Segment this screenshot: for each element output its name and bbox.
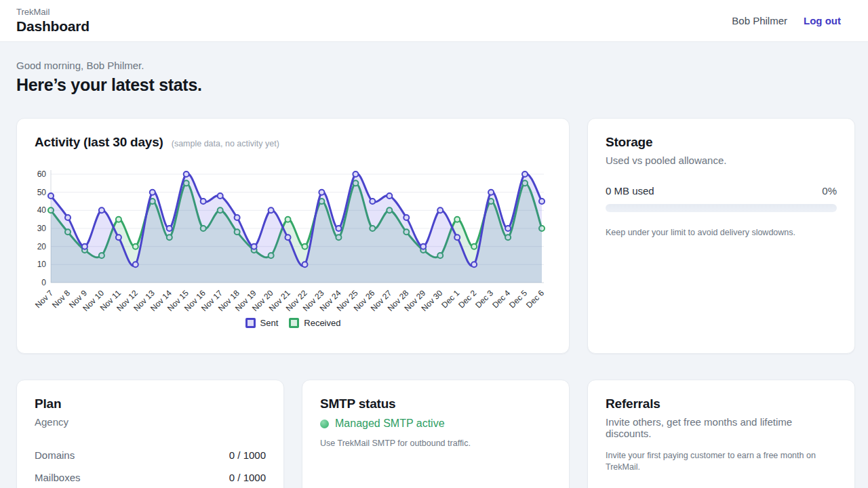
referrals-card: Referrals Invite others, get free months… (587, 380, 855, 488)
smtp-description: Use TrekMail SMTP for outbound traffic. (320, 438, 551, 449)
x-tick-labels: Nov 7Nov 8Nov 9Nov 10Nov 11Nov 12Nov 13N… (33, 288, 546, 313)
header-actions: Bob Philmer Log out (732, 15, 841, 26)
svg-text:60: 60 (37, 169, 47, 179)
header-brand: TrekMail Dashboard (16, 7, 90, 35)
legend-label-received: Received (304, 318, 340, 328)
svg-text:Dec 3: Dec 3 (473, 288, 495, 310)
greeting-subtitle: Good morning, Bob Philmer. (16, 60, 855, 71)
header: TrekMail Dashboard Bob Philmer Log out (0, 0, 868, 42)
referrals-subtitle: Invite others, get free months and lifet… (606, 416, 837, 439)
plan-rows: Domains 0 / 1000 Mailboxes 0 / 1000 (35, 444, 266, 488)
plan-row-mailboxes: Mailboxes 0 / 1000 (35, 466, 266, 488)
referrals-card-title: Referrals (606, 396, 837, 411)
legend-label-sent: Sent (260, 318, 279, 328)
cards-row-1: Activity (last 30 days) (sample data, no… (16, 118, 855, 354)
plan-name: Agency (35, 416, 266, 428)
storage-card: Storage Used vs pooled allowance. 0 MB u… (587, 118, 855, 354)
legend-item-sent: Sent (245, 318, 279, 328)
svg-text:Dec 6: Dec 6 (524, 288, 546, 310)
main-content: Good morning, Bob Philmer. Here’s your l… (0, 42, 868, 488)
plan-row-label: Mailboxes (35, 472, 81, 483)
greeting: Good morning, Bob Philmer. Here’s your l… (16, 60, 855, 95)
svg-text:40: 40 (37, 205, 47, 215)
chart-legend: Sent Received (35, 318, 551, 328)
status-dot-icon (320, 420, 329, 428)
storage-used-label: 0 MB used (606, 185, 654, 197)
storage-card-subtitle: Used vs pooled allowance. (606, 155, 837, 166)
legend-swatch-received (289, 318, 299, 328)
svg-text:0: 0 (41, 278, 46, 287)
activity-card-note: (sample data, no activity yet) (172, 139, 279, 148)
plan-row-value: 0 / 1000 (229, 472, 266, 483)
y-tick-labels: 0102030405060 (37, 169, 47, 287)
activity-card-header: Activity (last 30 days) (sample data, no… (35, 135, 551, 150)
storage-card-title: Storage (606, 135, 837, 150)
storage-used-percent: 0% (822, 185, 837, 197)
svg-text:Dec 4: Dec 4 (490, 288, 512, 310)
svg-text:Dec 1: Dec 1 (439, 288, 461, 310)
svg-text:20: 20 (37, 242, 47, 251)
storage-note: Keep under your limit to avoid delivery … (606, 227, 837, 239)
svg-text:30: 30 (37, 224, 47, 233)
svg-text:10: 10 (37, 260, 47, 269)
smtp-card-title: SMTP status (320, 396, 551, 411)
app-name: TrekMail (16, 7, 90, 17)
activity-card-title: Activity (last 30 days) (35, 135, 163, 150)
greeting-title: Here’s your latest stats. (16, 75, 855, 95)
storage-usage-row: 0 MB used 0% (606, 185, 837, 197)
smtp-card: SMTP status Managed SMTP active Use Trek… (302, 380, 570, 488)
page-title: Dashboard (16, 18, 90, 35)
svg-text:Nov 7: Nov 7 (33, 288, 55, 310)
svg-text:50: 50 (37, 188, 47, 197)
smtp-status-row: Managed SMTP active (320, 418, 551, 430)
user-name: Bob Philmer (732, 15, 787, 26)
activity-chart-wrap: 0102030405060Nov 7Nov 8Nov 9Nov 10Nov 11… (33, 158, 551, 317)
legend-swatch-sent (245, 318, 256, 328)
plan-row-domains: Domains 0 / 1000 (35, 444, 266, 466)
plan-row-value: 0 / 1000 (229, 449, 266, 461)
activity-chart: 0102030405060Nov 7Nov 8Nov 9Nov 10Nov 11… (33, 158, 551, 314)
logout-button[interactable]: Log out (804, 15, 841, 26)
svg-text:Dec 5: Dec 5 (507, 288, 529, 310)
svg-text:Dec 2: Dec 2 (456, 288, 478, 310)
plan-card: Plan Agency Domains 0 / 1000 Mailboxes 0… (16, 380, 284, 488)
legend-item-received: Received (289, 318, 340, 328)
cards-row-2: Plan Agency Domains 0 / 1000 Mailboxes 0… (16, 380, 855, 488)
smtp-status-text: Managed SMTP active (335, 418, 445, 430)
activity-card: Activity (last 30 days) (sample data, no… (16, 118, 570, 354)
plan-card-title: Plan (35, 396, 266, 411)
storage-progress-track (606, 204, 837, 212)
svg-text:Nov 8: Nov 8 (50, 288, 72, 310)
referrals-note: Invite your first paying customer to ear… (606, 450, 837, 473)
plan-row-label: Domains (35, 449, 75, 461)
